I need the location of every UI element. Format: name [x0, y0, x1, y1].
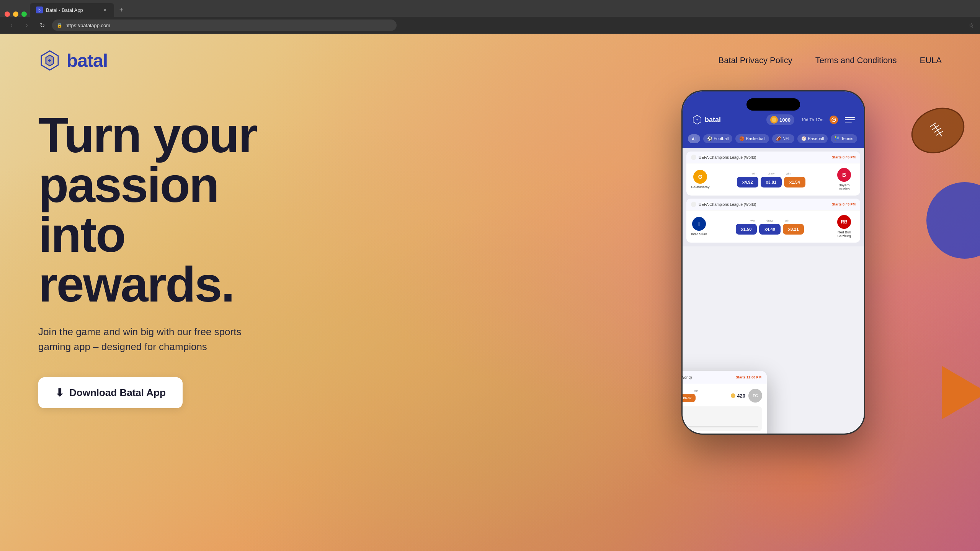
logo-icon: [38, 49, 61, 72]
download-button[interactable]: ⬇ Download Batal App: [38, 377, 183, 408]
navbar: batal Batal Privacy Policy Terms and Con…: [0, 34, 980, 87]
hero-title-line1: Turn your: [38, 107, 256, 163]
nav-eula[interactable]: EULA: [920, 55, 942, 65]
nav-privacy-policy[interactable]: Batal Privacy Policy: [719, 55, 792, 65]
close-window-button[interactable]: [5, 11, 10, 17]
hero-section: Turn your passion into rewards. Join the…: [0, 87, 980, 408]
reload-button[interactable]: ↻: [37, 20, 47, 31]
tab-favicon: b: [36, 7, 43, 13]
traffic-lights: [5, 11, 27, 17]
bet-input-area: Enter the coins amount 420: [683, 406, 762, 431]
page-content: batal Batal Privacy Policy Terms and Con…: [0, 34, 980, 551]
url-bar[interactable]: 🔒 https://batalapp.com: [52, 20, 397, 31]
logo[interactable]: batal: [38, 49, 108, 72]
tab-close-button[interactable]: ✕: [102, 7, 108, 13]
logo-text: batal: [67, 50, 108, 71]
nav-links: Batal Privacy Policy Terms and Condition…: [719, 55, 942, 65]
browser-chrome: b Batal - Batal App ✕ + ‹ › ↻ 🔒 https://…: [0, 0, 980, 34]
hero-title-line3: rewards.: [38, 256, 234, 312]
minimize-window-button[interactable]: [13, 11, 18, 17]
lock-icon: 🔒: [57, 23, 62, 28]
hero-title: Turn your passion into rewards.: [38, 110, 306, 309]
hero-title-line2: passion into: [38, 157, 218, 262]
hero-subtitle: Join the game and win big with our free …: [38, 324, 249, 354]
nav-terms-conditions[interactable]: Terms and Conditions: [815, 55, 897, 65]
download-button-label: Download Batal App: [69, 387, 166, 399]
bookmark-icon[interactable]: ☆: [969, 22, 974, 29]
new-tab-button[interactable]: +: [116, 4, 127, 16]
maximize-window-button[interactable]: [21, 11, 27, 17]
bet-slider[interactable]: [683, 426, 758, 427]
download-icon: ⬇: [55, 386, 64, 399]
bet-input-label: Enter the coins amount: [683, 410, 758, 414]
url-text: https://batalapp.com: [65, 23, 110, 28]
active-tab[interactable]: b Batal - Batal App ✕: [30, 3, 114, 17]
tab-bar: b Batal - Batal App ✕ +: [0, 0, 980, 17]
address-bar: ‹ › ↻ 🔒 https://batalapp.com ☆: [0, 17, 980, 34]
forward-button[interactable]: ›: [21, 20, 32, 31]
bet-input-value[interactable]: 420: [683, 416, 758, 424]
tab-title: Batal - Batal App: [46, 7, 99, 13]
back-button[interactable]: ‹: [6, 20, 17, 31]
hero-text: Turn your passion into rewards. Join the…: [38, 110, 306, 408]
